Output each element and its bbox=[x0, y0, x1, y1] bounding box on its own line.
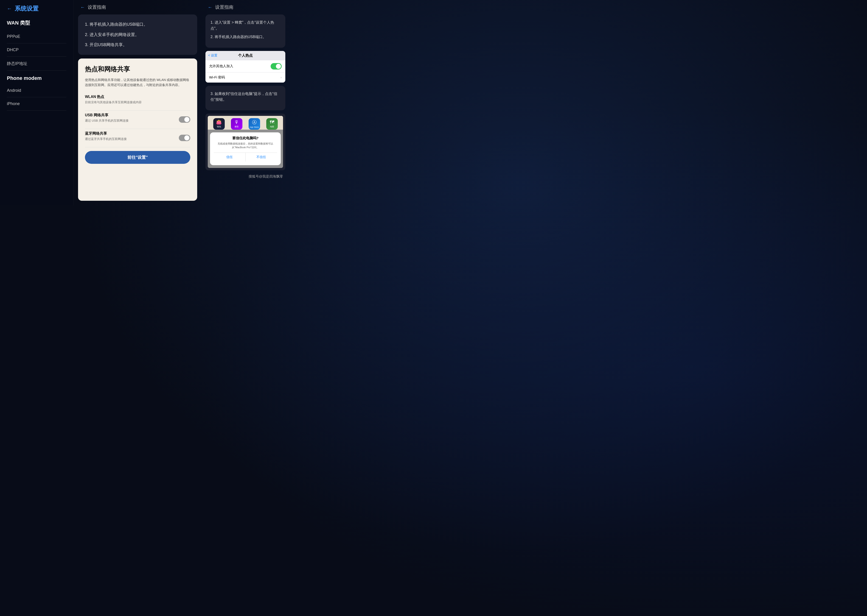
middle-step-2: 2. 进入安卓手机的网络设置。 bbox=[85, 31, 190, 38]
android-hotspot-card: 热点和网络共享 使用热点和网络共享功能，让其他设备能通过您的 WLAN 或移动数… bbox=[78, 58, 197, 201]
trust-dialog: 要信任此电脑吗? 无线或使用数据线连接后，您的设置和数据将可以从"MacBook… bbox=[210, 132, 281, 165]
podcasts-label: 播客 bbox=[234, 125, 239, 128]
trust-overlay: 要信任此电脑吗? 无线或使用数据线连接后，您的设置和数据将可以从"MacBook… bbox=[208, 130, 283, 168]
appstore-app-icon: Ⓐ App Store bbox=[249, 118, 260, 130]
android-card-title: 热点和网络共享 bbox=[85, 65, 190, 74]
trust-dialog-body: 无线或使用数据线连接后，您的设置和数据将可以从"MacBook Pro"访问。 bbox=[214, 142, 277, 149]
right-panel: ← 设置指南 1. 进入"设置 > 蜂窝"，点击"设置个人热点"。 2. 将手机… bbox=[202, 0, 289, 205]
bt-sharing-row: 蓝牙网络共享 通过蓝牙共享手机的互联网连接 bbox=[85, 129, 190, 147]
left-panel: ← 系统设置 WAN 类型 PPPoE DHCP 静态IP地址 Phone mo… bbox=[0, 0, 74, 205]
phone-screenshot: 👛 钱包 🎙 播客 Ⓐ App Store 🗺 地图 bbox=[208, 116, 283, 168]
middle-panel: ← 设置指南 1. 将手机插入路由器的USB端口。 2. 进入安卓手机的网络设置… bbox=[74, 0, 202, 205]
podcasts-app-icon: 🎙 播客 bbox=[231, 118, 242, 130]
left-title: 系统设置 bbox=[15, 5, 39, 13]
usb-sublabel: 通过 USB 共享手机的互联网连接 bbox=[85, 119, 129, 123]
watermark: 搜狐号@我是四海飘零 bbox=[205, 173, 285, 181]
wallet-app-icon: 👛 钱包 bbox=[213, 118, 225, 130]
right-header-title: 设置指南 bbox=[215, 4, 233, 10]
usb-section: USB 网络共享 通过 USB 共享手机的互联网连接 bbox=[85, 113, 129, 123]
wlan-hotspot-section: WLAN 热点 目前没有与其他设备共享互联网连接或内容 bbox=[85, 94, 142, 104]
bt-section: 蓝牙网络共享 通过蓝牙共享手机的互联网连接 bbox=[85, 131, 127, 141]
menu-item-dhcp[interactable]: DHCP bbox=[7, 43, 66, 57]
ios-wifi-label: Wi-Fi 密码 bbox=[209, 75, 225, 80]
ios-wifi-row[interactable]: Wi-Fi 密码 › bbox=[205, 72, 285, 83]
android-card-desc: 使用热点和网络共享功能，让其他设备能通过您的 WLAN 或移动数据网络连接到互联… bbox=[85, 77, 190, 88]
right-back-arrow[interactable]: ← bbox=[208, 5, 212, 10]
middle-step-3: 3. 开启USB网络共享。 bbox=[85, 41, 190, 49]
bt-sublabel: 通过蓝牙共享手机的互联网连接 bbox=[85, 137, 127, 141]
maps-app-icon: 🗺 地图 bbox=[266, 118, 278, 130]
menu-item-pppoe[interactable]: PPPoE bbox=[7, 30, 66, 43]
trust-dialog-wrapper: 👛 钱包 🎙 播客 Ⓐ App Store 🗺 地图 bbox=[205, 113, 285, 170]
dont-trust-button[interactable]: 不信任 bbox=[245, 153, 277, 162]
bt-label: 蓝牙网络共享 bbox=[85, 131, 127, 136]
menu-item-iphone[interactable]: iPhone bbox=[7, 97, 66, 111]
iphone-step-2: 2. 将手机插入路由器的USB端口。 bbox=[211, 34, 280, 40]
phone-modem-title: Phone modem bbox=[7, 75, 66, 81]
menu-item-android[interactable]: Android bbox=[7, 84, 66, 97]
usb-toggle[interactable] bbox=[179, 116, 190, 123]
appstore-label: App Store bbox=[250, 126, 259, 128]
middle-step-1: 1. 将手机插入路由器的USB端口。 bbox=[85, 21, 190, 28]
middle-back-arrow[interactable]: ← bbox=[80, 5, 85, 10]
goto-settings-button[interactable]: 前往"设置" bbox=[85, 151, 190, 164]
wlan-label: WLAN 热点 bbox=[85, 94, 142, 99]
trust-dialog-title: 要信任此电脑吗? bbox=[214, 136, 277, 140]
iphone-step-3: 3. 如果收到"信任这台电脑"提示，点击"信任"按钮。 bbox=[211, 91, 280, 102]
left-header: ← 系统设置 bbox=[7, 5, 66, 13]
maps-label: 地图 bbox=[270, 125, 274, 128]
ios-back-label[interactable]: < 设置 bbox=[208, 53, 217, 58]
ios-settings-card: < 设置 个人热点 允许其他人加入 Wi-Fi 密码 › bbox=[205, 51, 285, 83]
wlan-hotspot-row: WLAN 热点 目前没有与其他设备共享互联网连接或内容 bbox=[85, 92, 190, 111]
trust-buttons: 信任 不信任 bbox=[214, 152, 277, 162]
ios-allow-row: 允许其他人加入 bbox=[205, 60, 285, 72]
iphone-steps-card: 1. 进入"设置 > 蜂窝"，点击"设置个人热点"。 2. 将手机插入路由器的U… bbox=[205, 14, 285, 48]
middle-header: ← 设置指南 bbox=[78, 0, 197, 14]
bt-toggle[interactable] bbox=[179, 135, 190, 141]
wlan-sublabel: 目前没有与其他设备共享互联网连接或内容 bbox=[85, 100, 142, 104]
iphone-step3-card: 3. 如果收到"信任这台电脑"提示，点击"信任"按钮。 bbox=[205, 86, 285, 110]
wallet-label: 钱包 bbox=[217, 125, 221, 128]
usb-label: USB 网络共享 bbox=[85, 113, 129, 118]
usb-sharing-row: USB 网络共享 通过 USB 共享手机的互联网连接 bbox=[85, 111, 190, 129]
menu-item-static-ip[interactable]: 静态IP地址 bbox=[7, 57, 66, 71]
left-back-arrow[interactable]: ← bbox=[7, 6, 12, 12]
ios-chevron-icon: › bbox=[280, 75, 282, 79]
trust-button[interactable]: 信任 bbox=[214, 153, 245, 162]
middle-header-title: 设置指南 bbox=[88, 4, 106, 10]
ios-allow-label: 允许其他人加入 bbox=[209, 64, 233, 68]
phone-app-row: 👛 钱包 🎙 播客 Ⓐ App Store 🗺 地图 bbox=[208, 116, 283, 130]
iphone-step-1: 1. 进入"设置 > 蜂窝"，点击"设置个人热点"。 bbox=[211, 19, 280, 31]
middle-steps-card: 1. 将手机插入路由器的USB端口。 2. 进入安卓手机的网络设置。 3. 开启… bbox=[78, 14, 197, 55]
ios-settings-title: 个人热点 bbox=[238, 53, 253, 58]
right-header: ← 设置指南 bbox=[205, 0, 285, 14]
wan-section-title: WAN 类型 bbox=[7, 19, 66, 27]
ios-settings-header: < 设置 个人热点 bbox=[205, 51, 285, 60]
ios-allow-toggle[interactable] bbox=[271, 63, 282, 69]
